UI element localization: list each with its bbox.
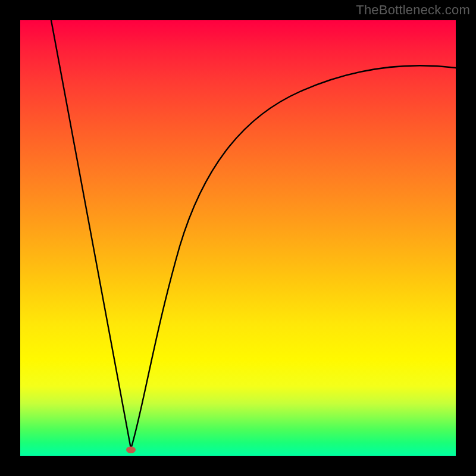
- curve-right-branch: [131, 65, 456, 449]
- chart-frame: TheBottleneck.com: [0, 0, 476, 476]
- watermark-text: TheBottleneck.com: [356, 2, 470, 18]
- curve-left-branch: [51, 20, 131, 449]
- plot-area: [20, 20, 456, 456]
- minimum-marker: [126, 447, 136, 453]
- bottleneck-curve: [20, 20, 456, 456]
